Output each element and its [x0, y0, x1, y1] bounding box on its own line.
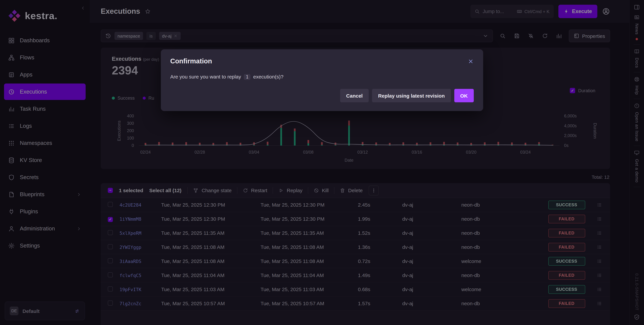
modal-title: Confirmation — [170, 57, 212, 65]
close-icon[interactable] — [468, 58, 474, 64]
modal-overlay — [0, 0, 644, 325]
execution-count: 1 — [244, 74, 250, 80]
modal-message: Are you sure you want to replay 1 execut… — [170, 74, 474, 79]
cancel-button[interactable]: Cancel — [340, 89, 369, 102]
replay-latest-revision-button[interactable]: Replay using latest revision — [372, 89, 451, 102]
modal-message-suffix: execution(s)? — [252, 74, 284, 79]
confirmation-dialog: Confirmation Are you sure you want to re… — [161, 49, 483, 111]
ok-button[interactable]: OK — [454, 89, 474, 102]
modal-message-prefix: Are you sure you want to replay — [170, 74, 242, 79]
kestra-app: kestra. DashboardsFlowsAppsExecutionsTas… — [0, 0, 644, 325]
